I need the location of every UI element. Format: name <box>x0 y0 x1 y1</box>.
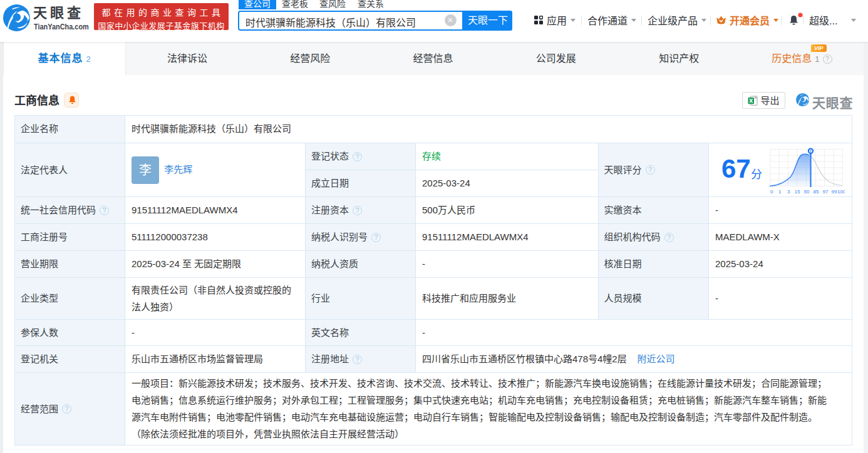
svg-text:0: 0 <box>770 189 773 195</box>
svg-text:99: 99 <box>832 189 837 195</box>
svg-text:1: 1 <box>778 189 782 195</box>
svg-text:97: 97 <box>823 189 829 195</box>
svg-text:100: 100 <box>837 189 845 195</box>
svg-text:3: 3 <box>787 189 790 195</box>
svg-text:85: 85 <box>814 189 819 195</box>
svg-text:15: 15 <box>795 189 800 195</box>
svg-text:50: 50 <box>804 189 810 195</box>
